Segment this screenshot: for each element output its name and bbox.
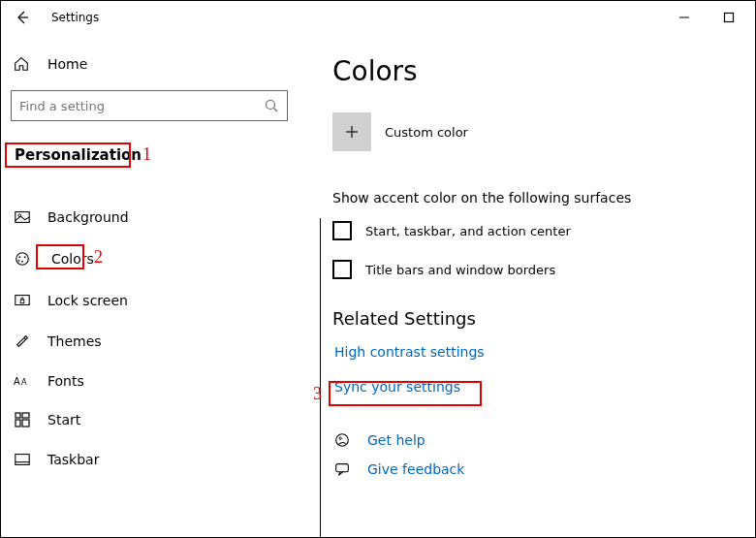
lock-screen-icon — [13, 292, 32, 309]
svg-rect-1 — [725, 14, 734, 22]
nav-label: Fonts — [47, 373, 84, 389]
svg-rect-19 — [16, 455, 29, 465]
home-icon — [13, 55, 30, 73]
arrow-left-icon — [15, 10, 30, 25]
main-panel: Colors Custom color Show accent color on… — [321, 34, 755, 537]
svg-rect-25 — [336, 464, 349, 472]
nav-item-colors[interactable]: Colors — [9, 237, 313, 280]
svg-point-10 — [18, 260, 20, 262]
minimize-icon — [678, 12, 690, 23]
nav-item-lock-screen[interactable]: Lock screen — [9, 280, 313, 321]
content: Home Personalization Background Colors L… — [1, 34, 755, 537]
maximize-icon — [723, 12, 735, 23]
fonts-icon: AA — [13, 373, 32, 389]
svg-point-9 — [21, 261, 23, 263]
svg-line-3 — [274, 109, 278, 112]
feedback-icon — [332, 460, 352, 478]
svg-point-6 — [16, 253, 29, 266]
svg-text:A: A — [14, 377, 20, 388]
feedback-link[interactable]: Give feedback — [332, 455, 743, 484]
window-controls — [662, 1, 751, 34]
minimize-button[interactable] — [662, 1, 707, 34]
nav-label: Background — [47, 209, 129, 225]
nav-label: Start — [47, 412, 80, 427]
sidebar-divider — [320, 218, 321, 537]
svg-point-2 — [267, 101, 275, 110]
svg-point-23 — [336, 434, 349, 447]
check-title-bars[interactable]: Title bars and window borders — [332, 260, 743, 279]
help-label: Give feedback — [367, 461, 464, 477]
picture-icon — [13, 208, 32, 226]
maximize-button[interactable] — [707, 1, 751, 34]
start-icon — [13, 412, 32, 427]
category-heading: Personalization — [9, 142, 147, 168]
nav-item-taskbar[interactable]: Taskbar — [9, 439, 313, 480]
custom-color-swatch[interactable] — [332, 112, 371, 151]
nav-label: Lock screen — [47, 293, 128, 308]
themes-icon — [13, 332, 32, 350]
accent-heading: Show accent color on the following surfa… — [332, 190, 743, 206]
help-list: Get help Give feedback — [332, 426, 743, 484]
nav-label: Taskbar — [47, 452, 99, 467]
svg-rect-16 — [22, 413, 29, 418]
svg-rect-12 — [20, 300, 24, 303]
help-icon — [332, 431, 352, 449]
search-input[interactable] — [11, 90, 288, 121]
window-title: Settings — [51, 11, 99, 24]
checkbox-icon — [332, 260, 352, 279]
nav-item-background[interactable]: Background — [9, 197, 313, 237]
help-label: Get help — [367, 432, 425, 448]
palette-icon — [13, 250, 32, 268]
sync-settings-link[interactable]: Sync your settings — [332, 375, 462, 398]
svg-rect-15 — [16, 413, 20, 418]
check-label: Title bars and window borders — [365, 263, 555, 277]
custom-color-label: Custom color — [385, 125, 468, 140]
svg-point-8 — [24, 256, 26, 258]
checkbox-icon — [332, 221, 352, 240]
check-start-taskbar[interactable]: Start, taskbar, and action center — [332, 221, 743, 240]
page-title: Colors — [332, 55, 743, 87]
nav-label: Colors — [47, 249, 98, 269]
svg-rect-18 — [22, 420, 29, 427]
svg-point-7 — [18, 256, 20, 258]
nav-label: Themes — [47, 333, 102, 349]
sidebar: Home Personalization Background Colors L… — [1, 34, 321, 537]
custom-color-row: Custom color — [332, 112, 743, 151]
high-contrast-link[interactable]: High contrast settings — [332, 340, 487, 364]
nav-item-themes[interactable]: Themes — [9, 321, 313, 362]
nav-item-start[interactable]: Start — [9, 400, 313, 439]
nav-list: Background Colors Lock screen Themes AA … — [9, 197, 313, 480]
get-help-link[interactable]: Get help — [332, 426, 743, 455]
back-button[interactable] — [5, 1, 40, 34]
titlebar: Settings — [1, 1, 755, 34]
plus-icon — [344, 124, 360, 140]
search-icon — [264, 98, 279, 113]
check-label: Start, taskbar, and action center — [365, 224, 571, 238]
home-label: Home — [47, 56, 87, 72]
home-link[interactable]: Home — [9, 49, 313, 90]
taskbar-icon — [13, 451, 32, 468]
svg-text:A: A — [21, 378, 27, 388]
related-heading: Related Settings — [332, 308, 743, 329]
nav-item-fonts[interactable]: AA Fonts — [9, 362, 313, 400]
svg-point-24 — [339, 437, 341, 439]
search-field[interactable] — [19, 99, 279, 113]
svg-rect-17 — [16, 420, 20, 427]
